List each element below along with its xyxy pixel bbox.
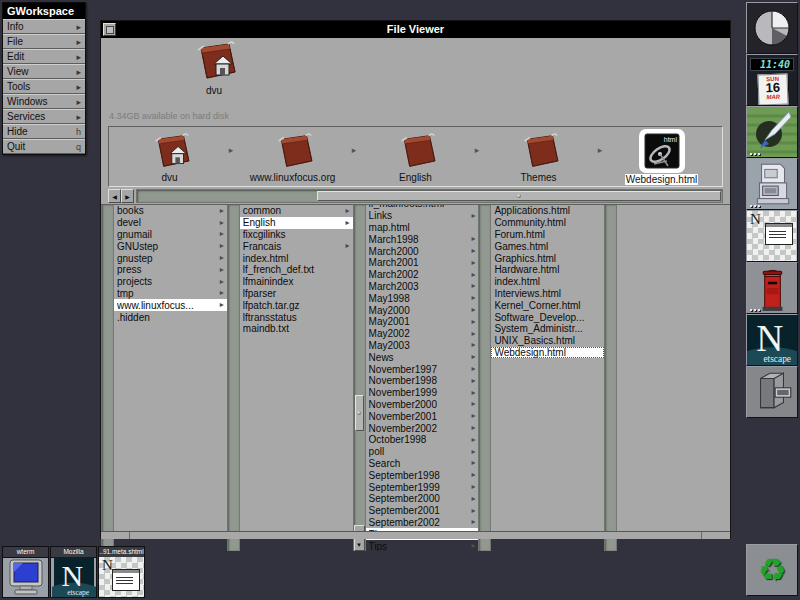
file-item[interactable]: devel▸ [114,217,227,229]
shelf-item-dvu[interactable]: dvu [109,127,230,186]
menu-item-hide[interactable]: Hideh [3,124,85,139]
file-item[interactable]: November1999▸ [366,387,479,399]
file-item[interactable]: maindb.txt [240,323,353,335]
menu-item-quit[interactable]: Quitq [3,139,85,154]
menu-item-services[interactable]: Services▸ [3,109,85,124]
file-item[interactable]: May1998▸ [366,292,479,304]
menu-item-tools[interactable]: Tools▸ [3,79,85,94]
column-scrollbar[interactable]: ▲▼ [353,205,366,551]
file-item[interactable]: lftransstatus [240,311,353,323]
file-item[interactable]: press▸ [114,264,227,276]
file-item[interactable]: tmp▸ [114,288,227,300]
file-item[interactable]: Search▸ [366,458,479,470]
file-item[interactable]: index.html [491,276,604,288]
file-item[interactable]: poll▸ [366,446,479,458]
file-item[interactable]: UNIX_Basics.html [491,335,604,347]
shelf-item-Webdesign.html[interactable]: html Webdesign.html [601,127,722,186]
scrollbar-track[interactable] [136,189,723,203]
file-item[interactable]: Webdesign.html [491,347,604,359]
file-item[interactable]: www.linuxfocus...▸ [114,299,227,311]
file-item[interactable]: projects▸ [114,276,227,288]
menu-item-info[interactable]: Info▸ [3,19,85,34]
menu-title[interactable]: GWorkspace [3,3,85,19]
file-item[interactable]: November2000▸ [366,399,479,411]
file-item[interactable]: November2002▸ [366,422,479,434]
file-item[interactable]: common▸ [240,205,353,217]
file-item[interactable]: Francais▸ [240,240,353,252]
file-item[interactable]: Applications.html [491,205,604,217]
miniwindow-wterm[interactable]: wterm [2,546,49,598]
menu-item-windows[interactable]: Windows▸ [3,94,85,109]
file-item[interactable]: Kernel_Corner.html [491,299,604,311]
menu-item-edit[interactable]: Edit▸ [3,49,85,64]
current-folder[interactable]: dvu [184,41,244,96]
file-item[interactable]: November1997▸ [366,363,479,375]
file-item[interactable]: Graphics.html [491,252,604,264]
file-item[interactable]: lf_french_def.txt [240,264,353,276]
file-item[interactable]: Hardware.html [491,264,604,276]
file-item[interactable]: May2003▸ [366,340,479,352]
file-item[interactable]: October1998▸ [366,434,479,446]
file-item[interactable]: Tips▸ [366,540,479,551]
file-item[interactable]: March2003▸ [366,281,479,293]
file-item[interactable]: map.html [366,222,479,234]
file-item[interactable]: May2001▸ [366,316,479,328]
file-item[interactable]: lf_mainfoots.html [366,205,479,210]
window-resize-bar[interactable] [101,531,730,539]
file-item[interactable]: March2001▸ [366,257,479,269]
file-item[interactable]: Interviews.html [491,288,604,300]
file-item[interactable]: September2000▸ [366,493,479,505]
file-item[interactable]: Forum.html [491,229,604,241]
file-item[interactable]: System_Administr... [491,323,604,335]
scroll-right-button[interactable]: ▶ [121,189,134,203]
file-item[interactable]: lfmainindex [240,276,353,288]
column-scrollbar[interactable] [478,205,491,551]
file-item[interactable]: September2001▸ [366,505,479,517]
file-item[interactable]: March2002▸ [366,269,479,281]
file-item[interactable]: books▸ [114,205,227,217]
file-item[interactable]: gnumail▸ [114,229,227,241]
menu-item-file[interactable]: File▸ [3,34,85,49]
file-item[interactable]: .hidden [114,311,227,323]
file-item[interactable]: Software_Develop... [491,311,604,323]
dock-postbox[interactable] [746,262,798,314]
file-item[interactable]: GNUstep▸ [114,240,227,252]
menu-item-view[interactable]: View▸ [3,64,85,79]
dock-document[interactable]: N [746,210,798,262]
window-titlebar[interactable]: File Viewer [101,21,730,38]
file-item[interactable]: fixcgilinks [240,229,353,241]
file-item[interactable]: September2002▸ [366,517,479,529]
recycler[interactable]: ♻ [746,544,798,596]
file-item[interactable]: Links▸ [366,210,479,222]
scrollbar-knob[interactable] [317,191,721,201]
miniwindow--91-meta-shtml[interactable]: ..91.meta.shtmlN [98,546,145,598]
column-scrollbar[interactable] [101,205,114,551]
dock-netscape[interactable]: N etscape [746,314,798,366]
file-item[interactable]: September1998▸ [366,469,479,481]
scroll-left-button[interactable]: ◀ [108,189,121,203]
scrollbar-knob[interactable] [355,395,364,431]
dock-file-cabinet[interactable] [746,158,798,210]
shelf-item-English[interactable]: English [355,127,476,186]
dock-clock[interactable]: 11:40SUN16MAR [746,54,798,106]
file-item[interactable]: May2002▸ [366,328,479,340]
scroll-down-button[interactable]: ▼ [354,538,365,551]
file-item[interactable]: November2001▸ [366,410,479,422]
column-scrollbar[interactable] [227,205,240,551]
shelf-item-Themes[interactable]: Themes [478,127,599,186]
shelf-item-www.linuxfocus.org[interactable]: www.linuxfocus.org [232,127,353,186]
file-item[interactable]: English▸ [240,217,353,229]
file-item[interactable]: News▸ [366,351,479,363]
file-item[interactable]: lfparser [240,288,353,300]
file-item[interactable]: November1998▸ [366,375,479,387]
file-item[interactable]: September1999▸ [366,481,479,493]
file-item[interactable]: Community.html [491,217,604,229]
file-item[interactable]: March1998▸ [366,233,479,245]
file-item[interactable]: Games.html [491,240,604,252]
file-item[interactable]: March2000▸ [366,245,479,257]
column-scrollbar[interactable] [604,205,617,551]
miniwindow-mozilla[interactable]: Mozilla N etscape [50,546,97,598]
dock-cabinet[interactable] [746,366,798,418]
dock-sphere[interactable] [746,2,798,54]
file-item[interactable]: index.html [240,252,353,264]
